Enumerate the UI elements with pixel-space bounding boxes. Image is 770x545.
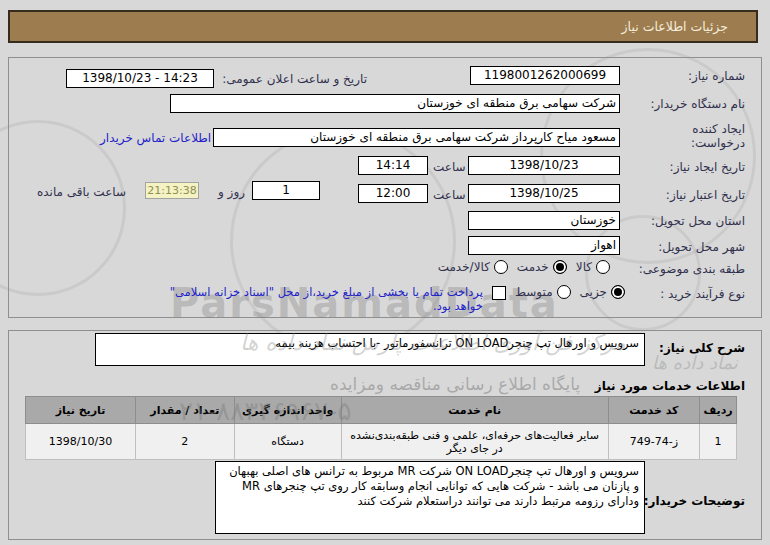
radio-goods-service-label: کالا/خدمت [438, 260, 490, 274]
province-field[interactable]: خوزستان [468, 211, 620, 230]
col-service-code: کد خدمت [608, 397, 700, 424]
buyer-contact-link[interactable]: اطلاعات تماس خریدار [100, 131, 211, 145]
need-details-screen: ParsNamadData پایگاه اطلاع رسانی مناقصه … [0, 0, 770, 545]
create-date-field[interactable]: 1398/10/23 [468, 156, 620, 175]
col-quantity: تعداد / مقدار [136, 397, 235, 424]
buyer-org-label: نام دستگاه خریدار: [651, 97, 746, 111]
radio-goods-service-icon[interactable] [494, 260, 508, 274]
radio-minor-label: جزیی [580, 285, 607, 299]
expire-date-label: تاریخ اعتبار نیاز: [666, 188, 745, 202]
radio-minor-icon[interactable] [611, 285, 625, 299]
buyer-org-field[interactable]: شرکت سهامی برق منطقه ای خوزستان [170, 94, 620, 113]
cell-quantity: 2 [136, 424, 235, 460]
radio-service-icon[interactable] [553, 260, 567, 274]
radio-option-minor[interactable]: جزیی [580, 285, 625, 299]
radio-option-goods[interactable]: کالا [576, 260, 610, 274]
cell-service-code: 749-74-ز [608, 424, 700, 460]
page-title-bar: جزئیات اطلاعات نیاز [8, 10, 758, 43]
remaining-suffix-label: ساعت باقی مانده [37, 185, 126, 199]
purchase-type-options: جزیی متوسط پرداخت تمام یا بخشی از مبلغ خ… [151, 285, 625, 313]
page-title: جزئیات اطلاعات نیاز [622, 19, 756, 34]
radio-option-service[interactable]: خدمت [517, 260, 567, 274]
treasury-checkbox[interactable] [492, 286, 506, 300]
radio-service-label: خدمت [517, 260, 549, 274]
need-number-field[interactable]: 1198001262000699 [470, 66, 620, 85]
buyer-notes-label: توضیحات خریدار: [644, 494, 745, 508]
cell-service-name: سایر فعالیت‌های حرفه‌ای، علمی و فنی طبقه… [341, 424, 608, 460]
remaining-timer: 21:13:38 [145, 182, 199, 199]
radio-option-medium[interactable]: متوسط [515, 285, 571, 299]
radio-goods-icon[interactable] [596, 260, 610, 274]
request-creator-field[interactable]: مسعود میاح کارپرداز شرکت سهامی برق منطقه… [213, 128, 620, 147]
announce-datetime-label: تاریخ و ساعت اعلان عمومی: [222, 72, 367, 86]
expire-time-field[interactable]: 12:00 [358, 184, 428, 203]
treasury-note: پرداخت تمام یا بخشی از مبلغ خرید،از محل … [151, 285, 483, 313]
subject-class-label: طبقه بندی موضوعی: [639, 262, 745, 276]
services-section-title: اطلاعات خدمات مورد نیاز [595, 379, 745, 393]
col-need-date: تاریخ نیاز [26, 397, 136, 424]
create-hour-label: ساعت [433, 160, 466, 174]
radio-option-goods-service[interactable]: کالا/خدمت [438, 260, 508, 274]
remaining-days-label: روز و [218, 185, 245, 199]
create-date-label: تاریخ ایجاد نیاز: [670, 160, 745, 174]
buyer-notes-textarea[interactable]: سرویس و اورهال تپ چنجرON LOAD شرکت MR مر… [215, 461, 645, 534]
table-row: 1 749-74-ز سایر فعالیت‌های حرفه‌ای، علمی… [26, 424, 737, 460]
expire-hour-label: ساعت [433, 188, 466, 202]
announce-datetime-field[interactable]: 1398/10/23 - 14:23 [66, 69, 214, 88]
col-row-number: ردیف [700, 397, 737, 424]
services-table-header-row: ردیف کد خدمت نام خدمت واحد اندازه گیری ت… [26, 397, 737, 424]
province-label: استان محل تحویل: [651, 214, 745, 228]
request-creator-label: ایجاد کننده درخواست: [657, 122, 745, 150]
subject-class-options: کالا خدمت کالا/خدمت [438, 260, 610, 274]
radio-medium-label: متوسط [515, 285, 553, 299]
general-description-textarea[interactable]: سرویس و اورهال تپ چنجرON LOAD ترانسفورما… [95, 333, 645, 366]
col-service-name: نام خدمت [341, 397, 608, 424]
create-time-field[interactable]: 14:14 [358, 156, 428, 175]
purchase-type-label: نوع فرآیند خرید : [660, 287, 745, 301]
city-field[interactable]: اهواز [468, 236, 620, 255]
need-number-label: شماره نیاز: [688, 69, 745, 83]
radio-goods-label: کالا [576, 260, 592, 274]
expire-date-field[interactable]: 1398/10/25 [468, 184, 620, 203]
services-table: ردیف کد خدمت نام خدمت واحد اندازه گیری ت… [25, 396, 737, 460]
radio-medium-icon[interactable] [557, 285, 571, 299]
cell-row-number: 1 [700, 424, 737, 460]
general-description-label: شرح کلی نیاز: [659, 341, 745, 355]
city-label: شهر محل تحویل: [658, 240, 745, 254]
remaining-days-field[interactable]: 1 [252, 181, 320, 200]
cell-unit: دستگاه [234, 424, 341, 460]
cell-need-date: 1398/10/30 [26, 424, 136, 460]
col-unit: واحد اندازه گیری [234, 397, 341, 424]
